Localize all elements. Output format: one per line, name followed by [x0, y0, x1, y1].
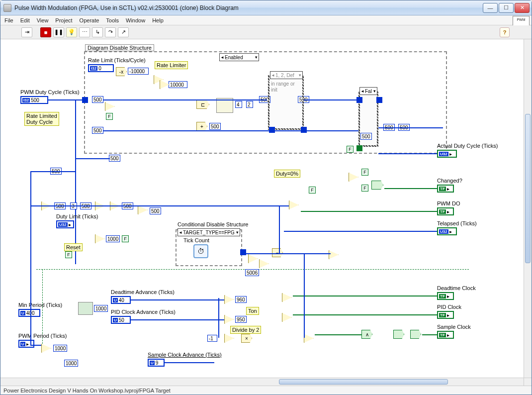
min-period-control[interactable]: U400	[18, 309, 40, 317]
menu-help[interactable]: Help	[152, 17, 164, 23]
block-diagram-canvas[interactable]: Diagram Disable Structure Enabled Rate L…	[0, 39, 524, 378]
sample-clk-label: Sample Clock	[437, 324, 471, 330]
or-node-1[interactable]	[349, 173, 358, 182]
select-node-2[interactable]	[393, 330, 404, 339]
const-neg1: -1	[207, 335, 217, 342]
bool-f-5: F	[122, 235, 129, 242]
pwm-do-label: PWM DO	[437, 200, 460, 206]
add-node-1[interactable]: +	[196, 122, 207, 131]
menu-project[interactable]: Project	[55, 17, 72, 23]
ge-node-5[interactable]	[304, 334, 314, 343]
deadtime-clk-label: Deadtime Clock	[437, 285, 476, 291]
and-node-1[interactable]: ∧	[361, 330, 372, 339]
menu-edit[interactable]: Edit	[20, 17, 30, 23]
reset-bool: F	[65, 251, 72, 258]
menu-view[interactable]: View	[37, 17, 49, 23]
horizontal-scroll-thumb[interactable]	[279, 379, 448, 385]
scale-node[interactable]: ×	[241, 334, 252, 343]
telapsed-indicator[interactable]: U32▸	[437, 227, 457, 235]
menu-window[interactable]: Window	[126, 17, 145, 23]
menu-file[interactable]: File	[4, 17, 13, 23]
pid-clk-indicator[interactable]: TF▸	[437, 311, 454, 319]
select-node-green[interactable]	[371, 181, 383, 190]
passthrough-node[interactable]	[410, 330, 421, 339]
pwm-duty-control[interactable]: I32500	[20, 96, 48, 104]
rate-limit-control[interactable]: I320	[88, 64, 114, 72]
rate-limit-label: Rate Limit (Ticks/Cycle)	[88, 57, 146, 63]
duty-limit-control[interactable]: U32▸	[56, 220, 74, 228]
case-inrange-selector[interactable]: 1, 2, Def	[270, 71, 303, 79]
max-node-2[interactable]	[41, 344, 51, 353]
probe-960: 960	[235, 296, 247, 303]
ge-node-1[interactable]	[259, 259, 269, 268]
compare-node-2[interactable]	[289, 200, 299, 209]
help-button[interactable]: ?	[500, 27, 510, 37]
sub-node-4[interactable]: −	[272, 248, 283, 257]
step-over-button[interactable]: ↷	[105, 27, 116, 37]
diagram-disable-label: Diagram Disable Structure	[85, 44, 154, 51]
scroll-corner	[524, 378, 532, 386]
highlight-button[interactable]: 💡	[66, 27, 77, 37]
actual-duty-label: Actual Duty Cycle (Ticks)	[437, 143, 498, 149]
sub-node-2[interactable]	[95, 234, 105, 243]
min-period-label: Min Period (Ticks)	[18, 302, 62, 308]
rate-limited-note: Rate LimitedDuty Cycle	[24, 112, 59, 126]
actual-duty-indicator[interactable]: U32▸	[437, 150, 457, 158]
maximize-button[interactable]: ☐	[499, 3, 514, 13]
probe-500-d: 500	[150, 207, 161, 214]
pause-button[interactable]: ❚❚	[53, 27, 64, 37]
horizontal-scrollbar[interactable]	[0, 378, 524, 386]
pwm-period-label: PWM Period (Ticks)	[18, 333, 67, 339]
vertical-scrollbar[interactable]	[524, 39, 532, 378]
inrange-coerce-node[interactable]: ⊏	[196, 100, 209, 109]
cond-struct-label: Conditional Disable Structure	[177, 221, 248, 227]
changed-indicator[interactable]: TF▸	[437, 185, 454, 193]
duty-zero-label: Duty=0%	[274, 170, 300, 178]
sub-node-5[interactable]	[224, 295, 234, 304]
step-out-button[interactable]: ↗	[118, 27, 129, 37]
bundle-node[interactable]	[216, 98, 233, 113]
close-button[interactable]: ✕	[515, 3, 530, 13]
ton-label: Ton	[246, 307, 259, 315]
cond-struct-selector[interactable]: TARGET_TYPE==FPG	[177, 228, 240, 236]
deadtime-adv-control[interactable]: U40	[111, 296, 131, 304]
retain-wire-button[interactable]: ⋯	[79, 27, 90, 37]
ge-node-3[interactable]	[282, 293, 292, 302]
shift-node[interactable]	[224, 334, 234, 343]
sub-node-3[interactable]	[248, 254, 258, 263]
bool-f-1: F	[106, 113, 113, 120]
pwm-do-indicator[interactable]: TF▸	[437, 207, 454, 215]
ge-node-2[interactable]	[329, 250, 339, 259]
case-false-selector[interactable]: Fal	[359, 87, 377, 95]
changed-label: Changed?	[437, 178, 462, 184]
abort-button[interactable]: ■	[40, 27, 51, 37]
tick-count-icon[interactable]: ⏱	[193, 244, 208, 258]
deadtime-clk-indicator[interactable]: TF▸	[437, 292, 454, 300]
minimize-button[interactable]: —	[483, 3, 498, 13]
diagram-disable-selector[interactable]: Enabled	[219, 53, 259, 61]
pwm-period-control[interactable]: U▸	[18, 340, 34, 348]
menu-operate[interactable]: Operate	[80, 17, 99, 23]
case-inrange-text1: in range or	[271, 81, 295, 87]
const-4: 4	[235, 101, 242, 108]
vertical-scroll-thumb[interactable]	[525, 114, 531, 263]
app-icon	[3, 4, 11, 12]
run-continuous-button[interactable]: ⇥	[21, 27, 32, 37]
sample-clk-indicator[interactable]: TF▸	[437, 331, 454, 339]
rate-limiter-label: Rate Limiter	[155, 61, 188, 69]
menubar: File Edit View Project Operate Tools Win…	[0, 15, 532, 25]
ge-node-4[interactable]	[282, 313, 292, 322]
sample-adv-control[interactable]: U9	[148, 359, 165, 367]
negate-node[interactable]: -x	[116, 67, 127, 76]
sub-node-6[interactable]	[224, 315, 234, 324]
toolbar: ⇥ ■ ❚❚ 💡 ⋯ ↳ ↷ ↗ ?	[0, 25, 532, 39]
step-into-button[interactable]: ↳	[92, 27, 103, 37]
coerce-icon-1[interactable]	[78, 302, 93, 315]
pid-adv-control[interactable]: U50	[111, 316, 131, 324]
window-title: Pulse Width Modulation (FPGA, Use in SCT…	[14, 4, 483, 11]
bool-f-4: F	[361, 185, 368, 192]
minmax-node-2[interactable]	[138, 205, 148, 214]
menu-tools[interactable]: Tools	[106, 17, 119, 23]
bool-f-2: F	[309, 187, 316, 194]
pid-clk-label: PID Clock	[437, 304, 461, 310]
